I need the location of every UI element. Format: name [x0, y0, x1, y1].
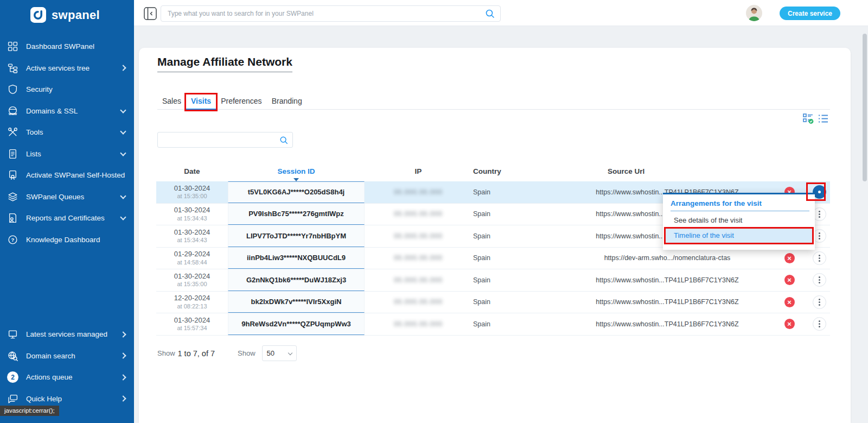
table-filter — [157, 132, 293, 148]
vertical-scrollbar[interactable] — [863, 34, 867, 181]
pagination: Show 1 to 7, of 7 Show 50 — [157, 345, 297, 361]
cell-date: 01-30-2024 at 15:35:00 — [156, 269, 228, 291]
document-icon — [7, 148, 18, 160]
count-badge: 2 — [7, 371, 18, 383]
sidebar-item-actions-queue[interactable]: 2 Actions queue — [0, 367, 134, 388]
table-filter-input[interactable] — [158, 136, 279, 144]
sidebar-item-active-services-tree[interactable]: Active services tree — [0, 58, 134, 79]
tab-preferences[interactable]: Preferences — [216, 94, 266, 110]
sidebar-item-domains-ssl[interactable]: www Domains & SSL — [0, 100, 134, 122]
cell-menu — [808, 269, 830, 291]
cell-country: Spain — [472, 269, 564, 291]
chat-icon — [7, 393, 18, 405]
cell-ip: 00.000.00.000 — [365, 225, 472, 247]
sidebar-item-knowledge-dashboard[interactable]: ? Knowledge Dashboard — [0, 229, 134, 251]
popup-item-timeline-of-the-visit[interactable]: Timeline of the visit — [666, 229, 812, 243]
column-header-session-id: Session ID — [228, 167, 365, 175]
list-view-icon[interactable] — [818, 113, 829, 124]
tab-sales[interactable]: Sales — [157, 94, 186, 110]
redacted-ip: 00.000.00.000 — [394, 320, 443, 328]
grid-check-view-icon[interactable] — [803, 113, 814, 124]
chevron-icon — [120, 129, 126, 135]
table-row[interactable]: 01-30-2024 at 15:35:00 G2nNkQ1bk6*****Du… — [156, 269, 830, 292]
cell-country: Spain — [472, 204, 564, 225]
chevron-icon — [120, 193, 126, 199]
cell-session-id: iinPb4Liw3*****NXQBUUCdL9 — [228, 248, 365, 269]
delete-visit-button[interactable]: × — [784, 275, 795, 285]
cell-date: 01-30-2024 at 15:57:34 — [156, 313, 228, 335]
range-value: 1 to 7, of 7 — [178, 349, 215, 358]
brand-logo[interactable]: swpanel — [0, 0, 134, 23]
cell-date: 12-20-2024 at 08:22:13 — [156, 292, 228, 313]
sidebar-bottom-menu: Latest services managed Domain search 2 … — [0, 324, 134, 409]
table-row[interactable]: 01-29-2024 at 14:58:44 iinPb4Liw3*****NX… — [156, 248, 830, 270]
shield-icon — [7, 84, 18, 95]
cell-source-url: https://dev-arm.swho.../nomenclatura-cta… — [564, 248, 770, 269]
popup-item-see-details-of-the-visit[interactable]: See details of the visit — [663, 211, 815, 228]
app-root: swpanel Dashboard SWPanel Active service… — [0, 0, 868, 423]
page-size-select[interactable]: 50 — [262, 345, 297, 361]
svg-text:www: www — [8, 112, 17, 116]
table-row[interactable]: 12-20-2024 at 08:22:13 bk2IxDWk7v*****IV… — [156, 292, 830, 314]
cell-delete: × — [770, 269, 808, 291]
monitor-icon — [7, 329, 18, 340]
table-header: Date Session ID IP Country Source Url — [156, 161, 830, 181]
kebab-menu-button[interactable] — [813, 273, 826, 287]
visit-actions-popup: Arrangements for the visit See details o… — [663, 193, 815, 250]
question-icon: ? — [7, 234, 18, 245]
kebab-menu-button[interactable] — [813, 251, 826, 265]
svg-text:?: ? — [11, 237, 15, 243]
user-avatar[interactable] — [746, 5, 762, 21]
view-toggles — [803, 113, 829, 124]
sidebar-item-latest-services-managed[interactable]: Latest services managed — [0, 324, 134, 345]
create-service-button[interactable]: Create service — [780, 7, 840, 20]
delete-visit-button[interactable]: × — [784, 319, 795, 329]
cell-delete: × — [770, 248, 808, 269]
redacted-ip: 00.000.00.000 — [394, 254, 443, 262]
sidebar-item-security[interactable]: Security — [0, 79, 134, 100]
chevron-icon — [120, 65, 126, 71]
cell-ip: 00.000.00.000 — [365, 292, 472, 313]
sidebar-item-dashboard-swpanel[interactable]: Dashboard SWPanel — [0, 36, 134, 58]
brand-name: swpanel — [52, 8, 100, 22]
global-search-input[interactable] — [161, 10, 485, 17]
sidebar-item-lists[interactable]: Lists — [0, 143, 134, 165]
delete-visit-button[interactable]: × — [784, 297, 795, 307]
chevron-icon — [120, 150, 126, 156]
column-header-country: Country — [472, 167, 564, 175]
chevron-down-icon — [288, 350, 292, 355]
column-header-date: Date — [156, 167, 228, 175]
cell-delete: × — [770, 292, 808, 313]
cell-menu — [808, 248, 830, 269]
sidebar-item-reports-and-certificates[interactable]: Reports and Certificates — [0, 207, 134, 229]
cell-ip: 00.000.00.000 — [365, 204, 472, 225]
chevron-icon — [120, 396, 126, 402]
range-label: Show — [157, 349, 175, 357]
filter-search-icon[interactable] — [279, 136, 288, 144]
sidebar-item-swpanel-queues[interactable]: SWPanel Queues — [0, 186, 134, 208]
tab-branding[interactable]: Branding — [267, 94, 307, 110]
cell-ip: 00.000.00.000 — [365, 181, 472, 203]
dashboard-icon — [7, 41, 18, 52]
popup-items: See details of the visit Timeline of the… — [663, 211, 815, 243]
sidebar-item-domain-search[interactable]: Domain search — [0, 345, 134, 367]
cell-session-id: t5VL0KG6AJ*****O205dS8h4j — [228, 181, 365, 203]
tools-icon — [7, 127, 18, 138]
tab-visits[interactable]: Visits — [186, 94, 216, 110]
redacted-ip: 00.000.00.000 — [394, 232, 443, 240]
globe-search-icon — [7, 350, 18, 362]
cell-session-id: PV9IshBc75*****276gmtIWpz — [228, 204, 365, 225]
delete-visit-button[interactable]: × — [784, 253, 795, 263]
sidebar-item-tools[interactable]: Tools — [0, 122, 134, 143]
sidebar-item-activate-swpanel-self-hosted[interactable]: Activate SWPanel Self-Hosted — [0, 165, 134, 186]
cell-source-url: https://www.swhostin...TP41LP1B6F7C1Y3N6… — [564, 292, 770, 313]
redacted-ip: 00.000.00.000 — [394, 298, 443, 306]
table-row[interactable]: 01-30-2024 at 15:57:34 9hReWsd2Vn*****QZ… — [156, 313, 830, 336]
kebab-menu-button[interactable] — [813, 295, 826, 309]
cell-session-id: bk2IxDWk7v*****IVIr5XxgiN — [228, 292, 365, 313]
kebab-menu-button[interactable] — [813, 317, 826, 331]
topbar: Create service — [134, 0, 868, 26]
search-icon[interactable] — [485, 9, 495, 18]
certificate-icon — [7, 169, 18, 181]
sidebar-collapse-button[interactable] — [144, 7, 157, 20]
